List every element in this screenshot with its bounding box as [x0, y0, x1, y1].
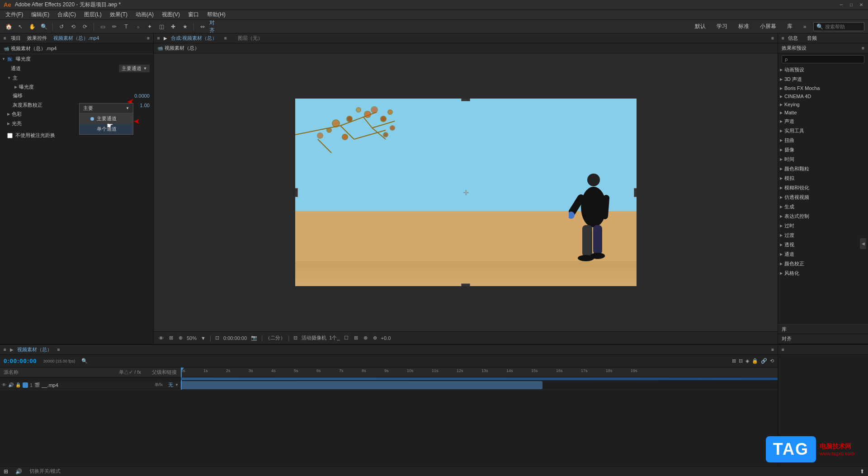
- timeline-new-comp-btn[interactable]: ⊞: [732, 358, 736, 364]
- close-button[interactable]: ✕: [858, 2, 864, 8]
- panel-options-icon[interactable]: ≡: [147, 36, 150, 41]
- toolbar-expand-btn[interactable]: »: [800, 22, 810, 32]
- br-menu-icon[interactable]: ≡: [782, 347, 784, 352]
- category-generate[interactable]: ▶ 生成: [778, 202, 868, 212]
- toolbar-puppet-btn[interactable]: ★: [180, 22, 190, 32]
- category-utility[interactable]: ▶ 实用工具: [778, 126, 868, 136]
- gamma-value[interactable]: 1.00: [140, 103, 150, 108]
- status-bottom-icon[interactable]: ⊞: [4, 468, 8, 475]
- resize-handle-right[interactable]: [634, 188, 637, 197]
- category-perspective[interactable]: ▶ 透视: [778, 240, 868, 250]
- effects-search-input[interactable]: [788, 57, 861, 62]
- resize-handle-top[interactable]: [461, 99, 470, 101]
- track-lock-btn[interactable]: 🔒: [15, 382, 21, 387]
- preview-zoom[interactable]: 50%: [187, 335, 197, 341]
- timeline-options-icon[interactable]: ≡: [771, 347, 774, 352]
- effect-brightness[interactable]: ▶ 曝光度: [0, 83, 153, 91]
- toolbar-zoom-btn[interactable]: 🔍: [39, 22, 49, 32]
- channel-dropdown-trigger[interactable]: 主要通道 ▼: [119, 65, 150, 72]
- timeline-render-btn[interactable]: ⊟: [739, 358, 743, 364]
- menu-layer[interactable]: 图层(L): [80, 10, 105, 19]
- status-expand-icon[interactable]: ⬆: [860, 468, 864, 475]
- toolbar-paint-btn[interactable]: ⬦: [133, 22, 143, 32]
- dropdown-item-single[interactable]: 单个通道: [80, 124, 133, 134]
- toolbar-undo-btn[interactable]: ⟲: [68, 22, 78, 32]
- preview-frame-btn[interactable]: ⊡: [214, 335, 221, 341]
- category-keying[interactable]: ▶ Keying: [778, 100, 868, 108]
- maximize-button[interactable]: □: [848, 2, 854, 8]
- preview-grid-btn[interactable]: ⊞: [168, 335, 175, 341]
- category-blur-sharpen[interactable]: ▶ 模糊和锐化: [778, 183, 868, 193]
- toolbar-pen-btn[interactable]: ✏: [109, 22, 119, 32]
- tab-project[interactable]: 项目: [9, 35, 23, 42]
- toolbar-text-btn[interactable]: T: [121, 22, 131, 32]
- preview-snap-btn[interactable]: ⊕: [177, 335, 184, 341]
- audio-tab[interactable]: 音频: [807, 35, 817, 42]
- minimize-button[interactable]: ─: [838, 2, 844, 8]
- track-right-1[interactable]: [181, 380, 778, 390]
- preview-eye-btn[interactable]: 👁: [157, 335, 165, 341]
- category-cinema4d[interactable]: ▶ CINEMA 4D: [778, 92, 868, 100]
- toolbar-library-btn[interactable]: 库: [783, 22, 796, 31]
- library-tab[interactable]: 库: [782, 326, 787, 333]
- track-name[interactable]: __.mp4: [42, 382, 58, 388]
- category-channel2[interactable]: ▶ 通道: [778, 250, 868, 259]
- category-boris[interactable]: ▶ Boris FX Mocha: [778, 84, 868, 92]
- category-simulate[interactable]: ▶ 模拟: [778, 174, 868, 183]
- timeline-time[interactable]: 0:00:00:00: [4, 358, 37, 364]
- center-menu-icon[interactable]: ≡: [157, 36, 160, 41]
- status-audio-icon[interactable]: 🔊: [15, 468, 22, 475]
- bypass-checkbox[interactable]: [7, 133, 13, 138]
- timeline-motion-btn[interactable]: ⟲: [770, 358, 774, 364]
- right-panel-expand-btn[interactable]: ◀: [860, 238, 866, 249]
- cut-switch-label[interactable]: 切换开关/模式: [29, 468, 61, 475]
- tab-effects-controls[interactable]: 效果控件: [25, 35, 49, 42]
- menu-animation[interactable]: 动画(A): [132, 10, 157, 19]
- menu-window[interactable]: 窗口: [184, 10, 203, 19]
- toolbar-align-btn[interactable]: ⇔: [198, 22, 208, 32]
- timeline-solo-btn[interactable]: ◈: [745, 358, 749, 364]
- menu-effects[interactable]: 效果(T): [106, 10, 131, 19]
- category-3d[interactable]: ▶ 3D 声道: [778, 75, 868, 84]
- preview-camera-btn[interactable]: 📷: [250, 335, 259, 341]
- timeline-title[interactable]: 视频素材（总）: [17, 346, 52, 353]
- toolbar-clone-btn[interactable]: ✦: [145, 22, 155, 32]
- toolbar-rotate-btn[interactable]: ↺: [57, 22, 66, 32]
- toolbar-rect-btn[interactable]: ▭: [98, 22, 108, 32]
- track-audio-btn[interactable]: 🔊: [8, 382, 14, 387]
- preview-zoom-dropdown-icon[interactable]: ▼: [199, 335, 207, 341]
- track-vis-btn[interactable]: 👁: [2, 382, 6, 387]
- toolbar-pin-btn[interactable]: ✚: [168, 22, 178, 32]
- toolbar-smallscreen-btn[interactable]: 小屏幕: [756, 22, 780, 31]
- menu-help[interactable]: 帮助(H): [203, 10, 229, 19]
- menu-file[interactable]: 文件(F): [2, 10, 27, 19]
- preview-render-btn[interactable]: ⊗: [362, 335, 369, 341]
- effects-group-main[interactable]: ▼ 主: [0, 73, 153, 83]
- menu-compose[interactable]: 合成(C): [54, 10, 80, 19]
- category-distort[interactable]: ▶ 扭曲: [778, 136, 868, 145]
- toolbar-eraser-btn[interactable]: ◫: [156, 22, 166, 32]
- category-color-grain[interactable]: ▶ 颜色和颗粒: [778, 164, 868, 174]
- menu-view[interactable]: 视图(V): [158, 10, 184, 19]
- channel-row[interactable]: 通道 主要通道 ▼: [0, 64, 153, 73]
- timeline-menu-icon[interactable]: ≡: [4, 347, 6, 352]
- right-menu-icon[interactable]: ≡: [782, 36, 784, 41]
- effects-search[interactable]: ρ: [782, 55, 864, 63]
- category-color-correct[interactable]: ▶ 颜色校正: [778, 259, 868, 269]
- preview-more-btn[interactable]: ⊕: [372, 335, 378, 341]
- toolbar-search-input[interactable]: [825, 24, 861, 29]
- preview-expand-btn[interactable]: ☐: [343, 335, 350, 341]
- tab-footage[interactable]: 视频素材（总）.mp4: [52, 35, 101, 42]
- timeline-link-btn[interactable]: 🔗: [761, 358, 767, 364]
- preview-3d-btn[interactable]: ⊞: [353, 335, 359, 341]
- toolbar-snap-btn[interactable]: 对齐: [209, 22, 219, 32]
- dropdown-item-main[interactable]: 主要通道: [80, 113, 133, 124]
- effects-presets-menu-icon[interactable]: ≡: [862, 46, 864, 51]
- resize-handle-left[interactable]: [295, 188, 298, 197]
- toolbar-standard-btn[interactable]: 标准: [735, 22, 753, 31]
- track-clip-1[interactable]: [181, 381, 542, 389]
- center-options-icon[interactable]: ≡: [771, 36, 774, 41]
- toolbar-search[interactable]: 🔍: [813, 22, 864, 31]
- offset-value[interactable]: 0.0000: [134, 93, 150, 99]
- category-expression[interactable]: ▶ 表达式控制: [778, 212, 868, 221]
